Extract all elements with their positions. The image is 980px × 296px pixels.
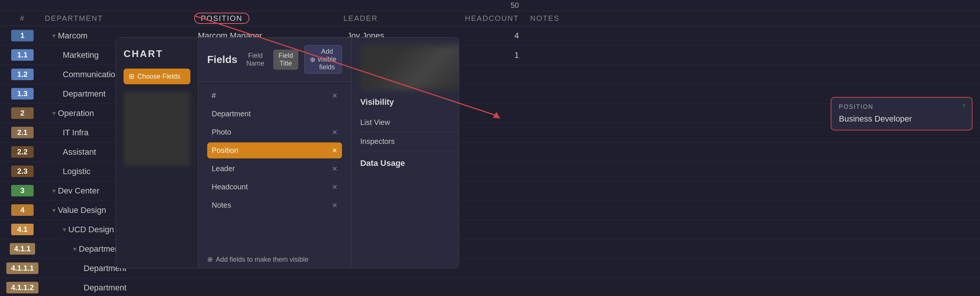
row-number: 3 xyxy=(0,181,45,200)
add-visible-label: Add visible fields xyxy=(318,48,336,71)
field-item[interactable]: Position ✕ xyxy=(207,142,342,158)
tree-expand-icon[interactable]: ▾ xyxy=(52,206,56,214)
field-close-icon[interactable]: ✕ xyxy=(332,92,337,100)
row-num-badge: 2 xyxy=(11,108,33,119)
add-fields-label: Add fields to make them visible xyxy=(216,256,309,264)
row-number: 4.1 xyxy=(0,220,45,239)
tree-expand-icon[interactable]: ▾ xyxy=(63,226,66,234)
row-num-badge: 2.3 xyxy=(11,166,33,177)
row-number: 4 xyxy=(0,201,45,220)
table-icon: ⊞ xyxy=(129,72,134,81)
position-card-num: ↑ xyxy=(962,101,966,110)
dept-name: Department xyxy=(63,89,106,99)
dept-name: Dev Center xyxy=(58,186,99,196)
row-number: 2 xyxy=(0,104,45,123)
header-position[interactable]: POSITION xyxy=(194,14,344,23)
field-name: Photo xyxy=(212,128,231,136)
header-leader: LEADER xyxy=(344,14,455,23)
plus-circle-icon: ⊕ xyxy=(207,255,213,264)
field-title-toggle[interactable]: Field Title xyxy=(273,49,298,70)
header-notes: NOTES xyxy=(530,14,980,23)
field-name-toggle[interactable]: Field Name xyxy=(243,50,267,69)
field-item[interactable]: # ✕ xyxy=(207,88,342,104)
chart-title: CHART xyxy=(124,48,190,60)
position-card: POSITION Business Developer ↑ xyxy=(830,97,972,130)
row-num-badge: 3 xyxy=(11,185,33,196)
field-item[interactable]: Leader ✕ xyxy=(207,161,342,177)
dept-name: Operation xyxy=(58,109,94,118)
main-table: 50 # DEPARTMENT POSITION LEADER HEADCOUN… xyxy=(0,0,980,296)
field-close-icon[interactable]: ✕ xyxy=(332,147,337,155)
tree-expand-icon[interactable]: ▾ xyxy=(52,109,56,117)
position-header-label: POSITION xyxy=(194,13,250,24)
row-number: 2.1 xyxy=(0,123,45,142)
table-header: # DEPARTMENT POSITION LEADER HEADCOUNT N… xyxy=(0,11,980,26)
visibility-rows: List View 👁 Inspectors 👁 xyxy=(360,113,459,151)
tree-expand-icon[interactable]: ▾ xyxy=(73,245,76,253)
visibility-label: Inspectors xyxy=(360,137,395,146)
field-name: Position xyxy=(212,146,238,155)
blurred-preview xyxy=(360,45,459,90)
add-visible-fields-button[interactable]: ⊕ Add visible fields xyxy=(304,45,342,74)
field-item[interactable]: Headcount ✕ xyxy=(207,179,342,195)
row-num-badge: 2.2 xyxy=(11,146,33,158)
fields-overlay: CHART ⊞ Choose Fields Fields Field Name … xyxy=(116,37,459,268)
row-num-badge: 4.1.1.1 xyxy=(6,263,38,274)
table-row[interactable]: 4.1.1.2 Department xyxy=(0,278,980,296)
tree-expand-icon[interactable]: ▾ xyxy=(52,32,56,40)
row-number: 2.2 xyxy=(0,142,45,161)
dept-name: Department xyxy=(79,244,122,254)
field-name: Notes xyxy=(212,201,231,209)
dept-name: UCD Design xyxy=(68,225,114,234)
header-department: DEPARTMENT xyxy=(45,14,194,23)
row-number: 4.1.1 xyxy=(0,239,45,258)
field-name: Headcount xyxy=(212,183,248,191)
plus-icon: ⊕ xyxy=(310,55,315,64)
visibility-row: List View 👁 xyxy=(360,113,459,132)
field-close-icon[interactable]: ✕ xyxy=(332,165,337,173)
row-number: 1.2 xyxy=(0,65,45,84)
dept-name: Marketing xyxy=(63,50,99,60)
headcount-top-row: 50 xyxy=(0,0,980,11)
row-num-badge: 4.1.1.2 xyxy=(6,282,38,293)
row-department: Department xyxy=(45,283,194,293)
choose-fields-button[interactable]: ⊞ Choose Fields xyxy=(124,69,190,84)
field-close-icon[interactable]: ✕ xyxy=(332,201,337,209)
field-name: # xyxy=(212,91,216,100)
row-num-badge: 2.1 xyxy=(11,127,33,138)
dept-name: Value Design xyxy=(58,206,106,215)
row-num-badge: 4 xyxy=(11,204,33,216)
row-headcount: 1 xyxy=(455,50,530,60)
dept-name: Department xyxy=(84,283,127,293)
row-num-badge: 4.1.1 xyxy=(10,243,35,255)
row-number: 1.1 xyxy=(0,46,45,65)
field-name: Leader xyxy=(212,165,235,173)
row-num-badge: 1.1 xyxy=(11,49,33,61)
field-name: Department xyxy=(212,109,251,118)
field-close-icon[interactable]: ✕ xyxy=(332,128,337,136)
add-fields-link[interactable]: ⊕ Add fields to make them visible xyxy=(198,251,351,268)
fields-list: # ✕ Department Photo ✕ Position ✕ Leader… xyxy=(198,82,351,251)
dept-name: Marcom xyxy=(58,31,88,41)
data-usage-title: Data Usage xyxy=(360,158,459,168)
chart-preview xyxy=(124,92,190,166)
row-number: 4.1.1.1 xyxy=(0,259,45,278)
chart-panel: CHART ⊞ Choose Fields xyxy=(116,38,198,268)
header-headcount: HEADCOUNT xyxy=(455,14,530,23)
tree-expand-icon[interactable]: ▾ xyxy=(52,187,56,195)
visibility-title: Visibility xyxy=(360,97,459,107)
row-num-badge: 4.1 xyxy=(11,224,33,235)
field-item[interactable]: Photo ✕ xyxy=(207,124,342,140)
field-close-icon[interactable]: ✕ xyxy=(332,183,337,191)
row-number: 4.1.1.2 xyxy=(0,278,45,296)
field-item[interactable]: Notes ✕ xyxy=(207,197,342,213)
row-number: 1.3 xyxy=(0,84,45,103)
headcount-top-value: 50 xyxy=(455,1,530,10)
position-card-label: POSITION xyxy=(839,104,964,110)
visibility-label: List View xyxy=(360,118,390,127)
choose-fields-label: Choose Fields xyxy=(137,73,180,81)
fields-header: Fields Field Name Field Title ⊕ Add visi… xyxy=(198,38,351,82)
row-num-badge: 1.3 xyxy=(11,88,33,100)
field-item[interactable]: Department xyxy=(207,106,342,122)
fields-panel: Fields Field Name Field Title ⊕ Add visi… xyxy=(198,38,351,268)
